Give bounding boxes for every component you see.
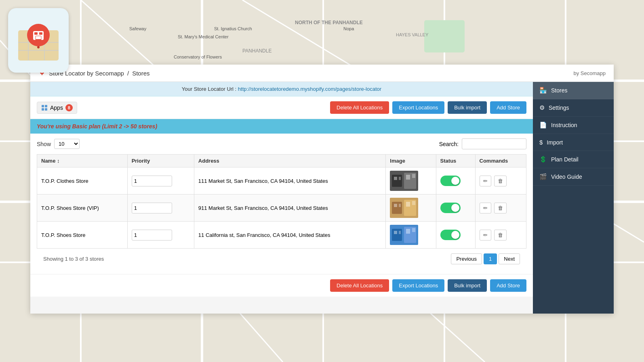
store-thumbnail [390,225,418,245]
svg-rect-35 [39,32,42,35]
content-area: Your Store Locator Url : http://storeloc… [30,82,614,314]
store-status [436,195,475,222]
plan-detail-icon: 💲 [539,156,547,163]
delete-all-bottom-button[interactable]: Delete All Locations [330,279,389,292]
sidebar-item-stores[interactable]: 🏪 Stores [533,82,614,99]
svg-text:Conservatory of Flowers: Conservatory of Flowers [174,54,222,59]
col-status: Status [436,155,475,167]
previous-button[interactable]: Previous [451,253,482,264]
breadcrumb-separator: / [127,70,129,77]
delete-button[interactable]: 🗑 [494,176,507,186]
svg-rect-63 [394,231,397,234]
bulk-import-button[interactable]: Bulk import [448,101,487,114]
col-image: Image [386,155,436,167]
sidebar-item-import[interactable]: $ Import [533,134,614,151]
priority-input[interactable] [132,176,172,186]
store-priority [127,167,194,195]
svg-text:PANHANDLE: PANHANDLE [242,48,271,54]
import-icon: $ [539,139,543,146]
export-locations-button[interactable]: Export Locations [392,101,444,114]
svg-rect-56 [394,204,397,207]
status-toggle[interactable] [440,230,461,240]
sidebar-item-plan-detail[interactable]: 💲 Plan Detail [533,151,614,168]
svg-point-38 [37,46,40,48]
search-input[interactable] [462,138,526,149]
delete-button[interactable]: 🗑 [494,230,507,241]
add-store-bottom-button[interactable]: Add Store [490,279,526,292]
priority-input[interactable] [132,230,172,241]
sidebar-item-label: Stores [551,87,567,94]
store-address: 111 Market St, San Francisco, CA 94104, … [194,167,386,195]
instruction-icon: 📄 [539,121,547,129]
svg-rect-58 [406,202,410,207]
main-content: Your Store Locator Url : http://storeloc… [30,82,533,314]
svg-rect-34 [34,32,38,35]
svg-rect-49 [394,177,397,180]
pagination-bar: Showing 1 to 3 of 3 stores Previous 1 Ne… [37,249,526,269]
stores-icon: 🏪 [539,87,547,94]
table-row: T.O.P. Shoes Store 11 California st, San… [37,222,526,249]
toolbar-right: Delete All Locations Export Locations Bu… [330,101,526,114]
app-icon [8,8,69,73]
delete-all-button[interactable]: Delete All Locations [330,101,389,114]
status-toggle[interactable] [440,203,461,213]
svg-rect-43 [45,105,47,107]
store-locator-url[interactable]: http://storelocatetoredemo.myshopify.com… [238,86,381,92]
store-name: T.O.P. Shoes Store [37,222,128,249]
col-commands: Commands [475,155,526,167]
bulk-import-bottom-button[interactable]: Bulk import [448,279,487,292]
store-status [436,167,475,195]
priority-input[interactable] [132,203,172,213]
sidebar-item-instruction[interactable]: 📄 Instruction [533,117,614,134]
sidebar-item-settings[interactable]: ⚙ Settings [533,99,614,117]
col-name: Name ↕ [37,155,128,167]
store-commands: ✏ 🗑 [475,167,526,195]
video-guide-icon: 🎬 [539,173,547,180]
export-locations-bottom-button[interactable]: Export Locations [392,279,444,292]
show-select[interactable]: 10 25 50 [54,139,80,149]
sidebar-item-video-guide[interactable]: 🎬 Video Guide [533,168,614,186]
store-address: 911 Market St, San Francisco, CA 94104, … [194,195,386,222]
status-toggle[interactable] [440,176,461,186]
page-1-button[interactable]: 1 [484,253,497,264]
show-label: Show [37,141,51,147]
svg-text:HAYES VALLEY: HAYES VALLEY [396,32,429,37]
col-priority: Priority [127,155,194,167]
header-brand: by Secomapp [574,70,606,76]
apps-label: Apps [50,105,63,111]
svg-rect-57 [399,204,401,207]
svg-text:NORTH OF THE PANHANDLE: NORTH OF THE PANHANDLE [295,20,363,25]
svg-rect-14 [424,20,465,52]
svg-text:Safeway: Safeway [129,26,147,31]
col-address: Address [194,155,386,167]
edit-button[interactable]: ✏ [480,176,491,186]
toolbar-left: Apps 8 [37,102,77,114]
store-priority [127,195,194,222]
edit-button[interactable]: ✏ [480,230,491,241]
store-image [386,222,436,249]
svg-rect-66 [412,228,415,232]
store-name: T.O.P. Shoes Store (VIP) [37,195,128,222]
store-thumbnail [390,198,418,218]
sidebar: 🏪 Stores ⚙ Settings 📄 Instruction $ Impo… [533,82,614,314]
svg-marker-41 [41,73,43,75]
svg-text:St. Mary's Medical Center: St. Mary's Medical Center [178,34,229,39]
delete-button[interactable]: 🗑 [494,203,507,213]
edit-button[interactable]: ✏ [480,203,491,213]
add-store-button[interactable]: Add Store [490,101,526,114]
store-commands: ✏ 🗑 [475,195,526,222]
store-address: 11 California st, San Francisco, CA 9410… [194,222,386,249]
svg-rect-47 [392,175,402,187]
url-label: Your Store Locator Url : [182,86,236,92]
url-bar: Your Store Locator Url : http://storeloc… [30,82,533,96]
pagination-controls: Previous 1 Next [451,253,520,264]
apps-count-badge: 8 [65,104,73,111]
next-button[interactable]: Next [499,253,520,264]
svg-text:St. Ignatius Church: St. Ignatius Church [214,26,252,31]
sidebar-item-label: Video Guide [551,174,582,180]
svg-rect-65 [406,229,410,234]
sidebar-item-label: Plan Detail [551,156,579,163]
apps-badge[interactable]: Apps 8 [37,102,77,114]
toolbar: Apps 8 Delete All Locations Export Locat… [30,96,533,119]
svg-rect-50 [399,177,401,180]
